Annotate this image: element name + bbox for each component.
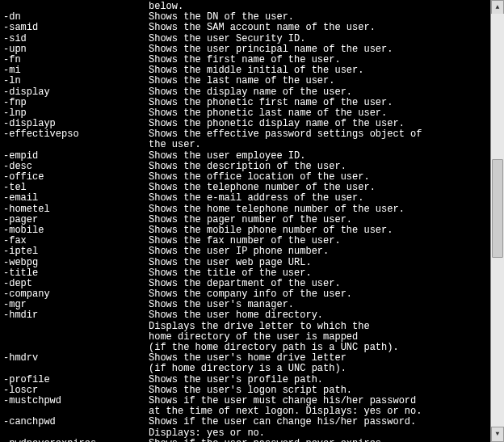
help-line: -pagerShows the pager number of the user… bbox=[3, 215, 494, 225]
help-line: (if home directory is a UNC path). bbox=[3, 364, 494, 374]
help-line: -profileShows the user's profile path. bbox=[3, 375, 494, 385]
chevron-down-icon: ▼ bbox=[496, 431, 500, 438]
flag-description: Shows the user Security ID. bbox=[149, 34, 305, 44]
flag-name: -pager bbox=[3, 215, 149, 225]
flag-description: Shows if the user password never expires… bbox=[149, 439, 387, 442]
help-line: -displayShows the display name of the us… bbox=[3, 87, 494, 98]
flag-description: Shows the user's profile path. bbox=[149, 375, 323, 385]
flag-name: -mustchpwd bbox=[3, 396, 149, 406]
flag-name: -sid bbox=[3, 34, 149, 44]
flag-name: -profile bbox=[3, 375, 149, 385]
flag-name: -title bbox=[3, 268, 149, 279]
flag-description: Shows the phonetic first name of the use… bbox=[149, 98, 393, 108]
flag-name: -display bbox=[3, 87, 149, 98]
flag-name: -mi bbox=[3, 65, 149, 76]
flag-description: Shows the user home directory. bbox=[149, 310, 323, 321]
help-line: -hometelShows the home telephone number … bbox=[3, 204, 494, 215]
flag-description: Displays: yes or no. bbox=[149, 428, 265, 439]
help-line: -canchpwdShows if the user can change hi… bbox=[3, 417, 494, 427]
flag-name: -fnp bbox=[3, 98, 149, 108]
flag-name: -samid bbox=[3, 23, 149, 33]
scroll-down-button[interactable]: ▼ bbox=[491, 427, 504, 442]
flag-description: Shows the pager number of the user. bbox=[149, 215, 352, 225]
help-line: Displays: yes or no. bbox=[3, 428, 494, 439]
flag-description: Shows the user IP phone number. bbox=[149, 246, 329, 257]
help-line: -lnShows the last name of the user. bbox=[3, 76, 494, 86]
flag-name: -hmdrv bbox=[3, 353, 149, 364]
flag-name: -effectivepso bbox=[3, 129, 149, 140]
flag-name bbox=[3, 332, 149, 343]
flag-description: Displays the drive letter to which the bbox=[149, 322, 370, 332]
flag-name: -canchpwd bbox=[3, 417, 149, 427]
help-rows: -dnShows the DN of the user.-samidShows … bbox=[3, 12, 494, 442]
help-line: -upnShows the user principal name of the… bbox=[3, 44, 494, 55]
flag-description: Shows the user principal name of the use… bbox=[149, 44, 393, 55]
vertical-scrollbar[interactable]: ▲ ▼ bbox=[490, 0, 504, 442]
flag-description: Shows the user's logon script path. bbox=[149, 385, 352, 396]
help-line: -empidShows the user employee ID. bbox=[3, 151, 494, 162]
flag-name: -webpg bbox=[3, 258, 149, 268]
flag-name: -loscr bbox=[3, 385, 149, 396]
flag-name: -iptel bbox=[3, 246, 149, 257]
flag-description: Shows the user employee ID. bbox=[149, 151, 305, 162]
flag-name bbox=[3, 140, 149, 150]
help-line: Displays the drive letter to which the bbox=[3, 322, 494, 332]
help-line: the user. bbox=[3, 140, 494, 150]
flag-name: -hometel bbox=[3, 204, 149, 215]
flag-name: -ln bbox=[3, 76, 149, 86]
flag-description: Shows the SAM account name of the user. bbox=[149, 23, 376, 33]
flag-description: Shows the display name of the user. bbox=[149, 87, 352, 98]
flag-description: Shows the e-mail address of the user. bbox=[149, 193, 363, 204]
flag-name: -upn bbox=[3, 44, 149, 55]
help-line: -titleShows the title of the user. bbox=[3, 268, 494, 279]
flag-description: (if home directory is a UNC path). bbox=[149, 364, 346, 374]
chevron-up-icon: ▲ bbox=[496, 4, 500, 11]
help-line: -emailShows the e-mail address of the us… bbox=[3, 193, 494, 204]
help-line: -effectivepsoShows the effective passwor… bbox=[3, 129, 494, 140]
help-line: -loscrShows the user's logon script path… bbox=[3, 385, 494, 396]
help-line: -sidShows the user Security ID. bbox=[3, 34, 494, 44]
flag-description: Shows the last name of the user. bbox=[149, 76, 334, 86]
flag-name: -fn bbox=[3, 55, 149, 65]
flag-description: the user. bbox=[149, 140, 201, 150]
help-line: -samidShows the SAM account name of the … bbox=[3, 23, 494, 33]
help-line: -webpgShows the user web page URL. bbox=[3, 258, 494, 268]
help-line: -fnpShows the phonetic first name of the… bbox=[3, 98, 494, 108]
scrollbar-thumb[interactable] bbox=[492, 159, 503, 258]
flag-name: -pwdneverexpires bbox=[3, 439, 149, 442]
flag-name bbox=[3, 364, 149, 374]
flag-description: Shows the title of the user. bbox=[149, 268, 312, 279]
flag-name: -empid bbox=[3, 151, 149, 162]
flag-name: -hmdir bbox=[3, 310, 149, 321]
help-line: -hmdirShows the user home directory. bbox=[3, 310, 494, 321]
flag-description: Shows if the user can change his/her pas… bbox=[149, 417, 416, 427]
flag-name: -email bbox=[3, 193, 149, 204]
help-line: -pwdneverexpiresShows if the user passwo… bbox=[3, 439, 494, 442]
flag-name bbox=[3, 428, 149, 439]
terminal-output: below. -dnShows the DN of the user.-sami… bbox=[0, 0, 498, 442]
flag-name bbox=[3, 322, 149, 332]
flag-description: Shows the user web page URL. bbox=[149, 258, 312, 268]
help-line: -iptelShows the user IP phone number. bbox=[3, 246, 494, 257]
flag-description: Shows the home telephone number of the u… bbox=[149, 204, 405, 215]
scrollbar-track[interactable] bbox=[491, 14, 504, 428]
